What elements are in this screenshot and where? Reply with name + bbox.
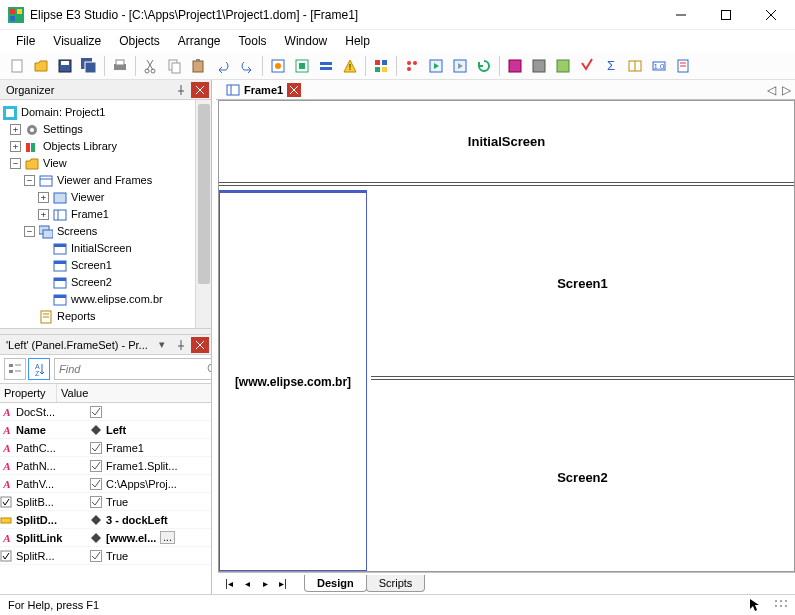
tree-initialscreen[interactable]: InitialScreen [2,240,211,257]
tb-book-icon[interactable] [624,55,646,77]
frame-screen2[interactable]: Screen2 [371,384,794,571]
prop-row[interactable]: ASplitLink[www.el...... [0,529,211,547]
menu-file[interactable]: File [8,32,43,50]
tb-open-icon[interactable] [30,55,52,77]
tree-screen1[interactable]: Screen1 [2,257,211,274]
expand-icon[interactable]: + [38,209,49,220]
tb-run-icon[interactable] [425,55,447,77]
tb-sigma-icon[interactable]: Σ [600,55,622,77]
nav-prev-icon[interactable]: ◂ [238,576,256,592]
find-box[interactable] [54,358,211,380]
prop-value[interactable]: Left [88,424,211,436]
maximize-button[interactable] [703,1,748,29]
tb-saveall-icon[interactable] [78,55,100,77]
panel-splitter[interactable] [0,328,211,335]
tb-xp1-icon[interactable] [504,55,526,77]
tb-grid-icon[interactable] [370,55,392,77]
props-panel-title[interactable]: 'Left' (Panel.FrameSet) - Pr... ▾ [0,335,211,355]
organizer-tree[interactable]: Domain: Project1 +Settings +Objects Libr… [0,100,211,328]
tb-xp3-icon[interactable] [552,55,574,77]
tb-redo-icon[interactable] [236,55,258,77]
doc-tab-frame1[interactable]: Frame1 [220,81,307,99]
search-icon[interactable] [202,359,211,379]
prop-row[interactable]: APathN...Frame1.Split... [0,457,211,475]
tb-refresh-icon[interactable] [473,55,495,77]
nav-first-icon[interactable]: |◂ [220,576,238,592]
prop-value[interactable]: C:\Apps\Proj... [88,478,211,490]
prop-value[interactable] [88,406,211,418]
tb-obj2-icon[interactable] [291,55,313,77]
grid-snap-icon[interactable] [773,598,787,612]
expand-icon[interactable]: + [38,192,49,203]
tab-design[interactable]: Design [304,575,367,592]
expand-icon[interactable]: + [10,141,21,152]
frame-initial[interactable]: InitialScreen [219,101,794,186]
panel-close-icon[interactable] [191,337,209,353]
prop-value[interactable]: Frame1 [88,442,211,454]
find-input[interactable] [55,359,202,379]
prop-row[interactable]: APathC...Frame1 [0,439,211,457]
col-property[interactable]: Property [0,384,57,402]
tree-url[interactable]: www.elipse.com.br [2,291,211,308]
menu-tools[interactable]: Tools [231,32,275,50]
tab-close-icon[interactable] [287,83,301,97]
sort-az-icon[interactable]: AZ [28,358,50,380]
prop-value[interactable]: True [88,496,211,508]
tree-reports[interactable]: Reports [2,308,211,325]
dropdown-icon[interactable]: ▾ [153,337,171,353]
titlebar[interactable]: Elipse E3 Studio - [C:\Apps\Project1\Pro… [0,0,795,30]
tree-settings[interactable]: +Settings [2,121,211,138]
tb-undo-icon[interactable] [212,55,234,77]
nav-next-icon[interactable]: ▸ [256,576,274,592]
collapse-icon[interactable]: − [24,226,35,237]
prop-value[interactable]: [www.el...... [88,531,211,544]
organizer-panel-title[interactable]: Organizer [0,80,211,100]
design-canvas[interactable]: InitialScreen [www.elipse.com.br] Screen… [218,100,795,572]
prop-row[interactable]: APathV...C:\Apps\Proj... [0,475,211,493]
menu-arrange[interactable]: Arrange [170,32,229,50]
tb-xp4-icon[interactable] [576,55,598,77]
menu-visualize[interactable]: Visualize [45,32,109,50]
tree-screen2[interactable]: Screen2 [2,274,211,291]
menu-help[interactable]: Help [337,32,378,50]
tree-scrollbar[interactable] [195,100,211,328]
collapse-icon[interactable]: − [24,175,35,186]
pin-icon[interactable] [172,337,190,353]
tb-num-icon[interactable]: 1.0 [648,55,670,77]
prop-row[interactable]: SplitB...True [0,493,211,511]
tb-obj3-icon[interactable] [315,55,337,77]
frame-screen1[interactable]: Screen1 [371,190,794,380]
prop-row[interactable]: ADocSt... [0,403,211,421]
tb-new-icon[interactable] [6,55,28,77]
prop-row[interactable]: SplitR...True [0,547,211,565]
tb-cut-icon[interactable] [140,55,162,77]
tab-next-icon[interactable]: ▷ [782,83,791,97]
prop-row[interactable]: ANameLeft [0,421,211,439]
tb-print-icon[interactable] [109,55,131,77]
tab-scripts[interactable]: Scripts [366,575,426,592]
tab-prev-icon[interactable]: ◁ [767,83,776,97]
menu-window[interactable]: Window [277,32,336,50]
tree-frame1[interactable]: +Frame1 [2,206,211,223]
panel-close-icon[interactable] [191,82,209,98]
close-button[interactable] [748,1,793,29]
props-list[interactable]: ADocSt...ANameLeftAPathC...Frame1APathN.… [0,403,211,594]
tree-objlib[interactable]: +Objects Library [2,138,211,155]
frame-left[interactable]: [www.elipse.com.br] [219,190,367,571]
prop-value[interactable]: Frame1.Split... [88,460,211,472]
scroll-thumb[interactable] [198,104,210,284]
col-value[interactable]: Value [57,384,211,402]
tb-paste-icon[interactable] [188,55,210,77]
tb-xp2-icon[interactable] [528,55,550,77]
tb-warn-icon[interactable]: ! [339,55,361,77]
tree-viewer-frames[interactable]: −Viewer and Frames [2,172,211,189]
nav-last-icon[interactable]: ▸| [274,576,292,592]
prop-value[interactable]: True [88,550,211,562]
ellipsis-button[interactable]: ... [160,531,174,544]
tb-obj1-icon[interactable] [267,55,289,77]
collapse-icon[interactable]: − [10,158,21,169]
categorize-icon[interactable] [4,358,26,380]
menu-objects[interactable]: Objects [111,32,168,50]
prop-row[interactable]: SplitD...3 - dockLeft [0,511,211,529]
tb-brk-icon[interactable] [401,55,423,77]
